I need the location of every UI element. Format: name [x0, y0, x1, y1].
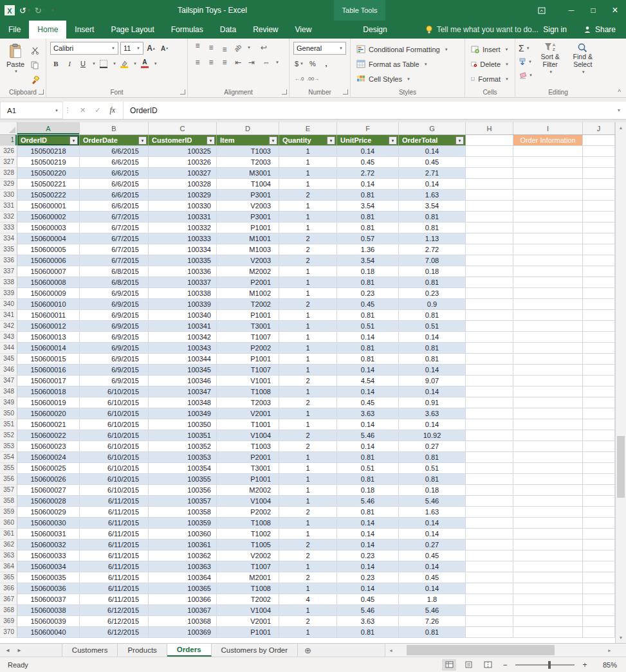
- accounting-format-button[interactable]: $▼: [293, 58, 305, 69]
- cell[interactable]: [466, 397, 513, 408]
- font-color-button[interactable]: A: [139, 58, 151, 69]
- cell[interactable]: T2003: [217, 397, 279, 408]
- cell[interactable]: 100340: [149, 310, 217, 321]
- cell[interactable]: 6/9/2015: [80, 332, 149, 343]
- cell[interactable]: [513, 408, 583, 419]
- zoom-slider-thumb[interactable]: [548, 661, 551, 669]
- cell[interactable]: 5.46: [337, 430, 399, 441]
- row-header-350[interactable]: 350: [0, 408, 17, 419]
- formula-input[interactable]: OrderID: [124, 102, 612, 119]
- cell[interactable]: 0.81: [337, 310, 399, 321]
- cell[interactable]: [466, 605, 513, 616]
- cell[interactable]: [466, 212, 513, 222]
- sign-in-link[interactable]: Sign in: [543, 25, 567, 34]
- cell[interactable]: M3001: [217, 168, 279, 179]
- increase-font-size-button[interactable]: A▲: [145, 42, 157, 54]
- normal-view-icon[interactable]: [442, 659, 456, 671]
- cell[interactable]: [513, 441, 583, 452]
- zoom-out-button[interactable]: −: [500, 660, 510, 669]
- enter-icon[interactable]: ✓: [95, 106, 100, 114]
- cell[interactable]: [583, 354, 615, 365]
- cell[interactable]: [466, 157, 513, 168]
- cell[interactable]: 150600025: [17, 463, 80, 474]
- italic-button[interactable]: I: [64, 58, 75, 69]
- cell[interactable]: [513, 540, 583, 550]
- cell[interactable]: [513, 605, 583, 616]
- cell[interactable]: [513, 201, 583, 212]
- ribbon-display-options-icon[interactable]: [531, 0, 553, 21]
- cell[interactable]: 100364: [149, 572, 217, 583]
- row-header-1[interactable]: 1: [0, 135, 17, 146]
- cell[interactable]: 6/10/2015: [80, 485, 149, 496]
- column-header-F[interactable]: F: [337, 122, 399, 134]
- wrap-text-button[interactable]: ↩: [258, 42, 270, 53]
- cell[interactable]: 150600001: [17, 201, 80, 212]
- align-right-button[interactable]: ≡: [219, 57, 230, 68]
- cell[interactable]: [513, 616, 583, 627]
- cell[interactable]: [513, 179, 583, 190]
- row-header-346[interactable]: 346: [0, 365, 17, 376]
- cell[interactable]: T1004: [217, 179, 279, 190]
- cell[interactable]: 6/11/2015: [80, 496, 149, 507]
- cell[interactable]: P2002: [217, 343, 279, 354]
- cell[interactable]: 6/11/2015: [80, 594, 149, 605]
- cell[interactable]: 0.81: [337, 277, 399, 288]
- cell[interactable]: [466, 255, 513, 266]
- cell[interactable]: [583, 332, 615, 343]
- cell[interactable]: [583, 605, 615, 616]
- bold-button[interactable]: B: [50, 58, 62, 69]
- cell[interactable]: 6/6/2015: [80, 201, 149, 212]
- column-header-A[interactable]: A: [17, 122, 80, 134]
- filter-button-unitprice[interactable]: ▼: [389, 136, 397, 145]
- column-header-G[interactable]: G: [399, 122, 466, 134]
- decrease-decimal-button[interactable]: .00→: [307, 73, 319, 84]
- cell[interactable]: 100368: [149, 616, 217, 627]
- ribbon-tab-file[interactable]: File: [0, 21, 29, 39]
- align-center-button[interactable]: ≡: [205, 57, 217, 68]
- cell[interactable]: 100357: [149, 496, 217, 507]
- ribbon-tab-data[interactable]: Data: [212, 21, 244, 39]
- cell[interactable]: 0.27: [399, 441, 466, 452]
- align-left-button[interactable]: ≡: [192, 57, 203, 68]
- column-header-C[interactable]: C: [149, 122, 217, 134]
- row-header-356[interactable]: 356: [0, 474, 17, 485]
- cell[interactable]: [583, 168, 615, 179]
- cell[interactable]: 0.45: [337, 594, 399, 605]
- cell[interactable]: [513, 583, 583, 594]
- cell[interactable]: 150600036: [17, 583, 80, 594]
- cell[interactable]: 1: [279, 266, 337, 277]
- cell[interactable]: [513, 244, 583, 255]
- cell[interactable]: 150600021: [17, 419, 80, 430]
- cell[interactable]: 0.81: [337, 343, 399, 354]
- cell[interactable]: [513, 266, 583, 277]
- cell[interactable]: P1001: [217, 310, 279, 321]
- cell[interactable]: 3.54: [337, 255, 399, 266]
- cell[interactable]: 150600028: [17, 496, 80, 507]
- cell[interactable]: [466, 179, 513, 190]
- cell[interactable]: 6/9/2015: [80, 365, 149, 376]
- cell[interactable]: 100353: [149, 452, 217, 463]
- sheet-tab-customers[interactable]: Customers: [62, 644, 118, 657]
- cell[interactable]: 100339: [149, 299, 217, 310]
- cell[interactable]: [583, 441, 615, 452]
- cell[interactable]: [583, 212, 615, 222]
- cell[interactable]: [466, 222, 513, 233]
- cell[interactable]: 6/6/2015: [80, 168, 149, 179]
- cell[interactable]: 100361: [149, 540, 217, 550]
- cell[interactable]: 100327: [149, 168, 217, 179]
- font-name-combo[interactable]: Calibri▼: [50, 42, 118, 55]
- increase-decimal-button[interactable]: ←.0: [293, 73, 305, 84]
- cell[interactable]: 100356: [149, 485, 217, 496]
- cell[interactable]: 100344: [149, 354, 217, 365]
- table-header-orderid[interactable]: OrderID▼: [17, 135, 80, 146]
- column-header-H[interactable]: H: [466, 122, 513, 134]
- cell[interactable]: 5.46: [337, 605, 399, 616]
- cell[interactable]: [466, 354, 513, 365]
- row-header-345[interactable]: 345: [0, 354, 17, 365]
- cancel-icon[interactable]: ✕: [80, 106, 86, 114]
- cell[interactable]: 0.23: [337, 288, 399, 299]
- cell[interactable]: 6/10/2015: [80, 441, 149, 452]
- cell[interactable]: [583, 474, 615, 485]
- cell[interactable]: [583, 376, 615, 386]
- cell[interactable]: [583, 343, 615, 354]
